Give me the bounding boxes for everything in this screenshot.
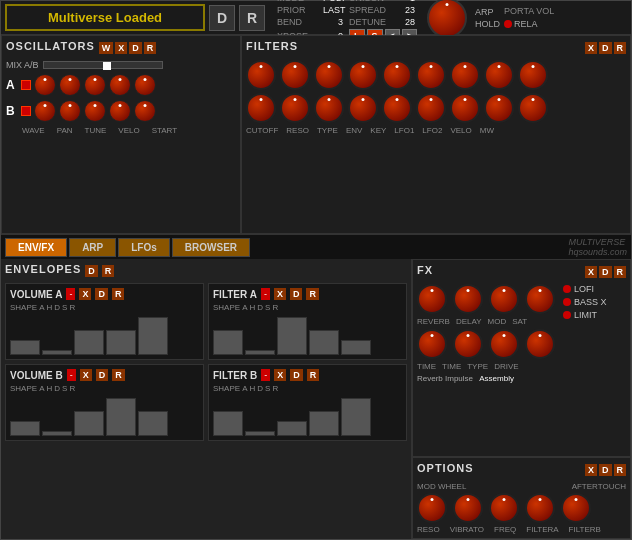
filter2-knob-9[interactable] xyxy=(518,93,548,123)
filter2-knob-5[interactable] xyxy=(382,93,412,123)
filter-knob-7[interactable] xyxy=(450,60,480,90)
filters-d-btn[interactable]: D xyxy=(599,42,612,54)
filter2-knob-8[interactable] xyxy=(484,93,514,123)
vol-a-minus-btn[interactable]: - xyxy=(66,288,75,300)
filter-b-bar-a[interactable] xyxy=(213,411,243,436)
osc-b-pan-knob[interactable] xyxy=(59,100,81,122)
osc-a-tune-knob[interactable] xyxy=(84,74,106,96)
filter-b-d-btn[interactable]: D xyxy=(290,369,303,381)
filters-x-btn[interactable]: X xyxy=(585,42,597,54)
opt-filterb-knob[interactable] xyxy=(561,493,591,523)
tab-arp[interactable]: ARP xyxy=(69,238,116,257)
fx-time2-knob[interactable] xyxy=(453,329,483,359)
opt-reso-knob[interactable] xyxy=(417,493,447,523)
tab-lfos[interactable]: LFOs xyxy=(118,238,170,257)
filter-b-bar-s[interactable] xyxy=(309,411,339,436)
filter-b-x-btn[interactable]: X xyxy=(274,369,286,381)
osc-d-btn[interactable]: D xyxy=(129,42,142,54)
osc-b-velo-knob[interactable] xyxy=(109,100,131,122)
vol-a-bar-d[interactable] xyxy=(74,330,104,355)
vol-a-x-btn[interactable]: X xyxy=(79,288,91,300)
filter-a-minus-btn[interactable]: - xyxy=(261,288,270,300)
filter-knob-4[interactable] xyxy=(348,60,378,90)
filter-a-bar-d[interactable] xyxy=(277,317,307,355)
options-r-btn[interactable]: R xyxy=(614,464,627,476)
osc-b-wave-knob[interactable] xyxy=(34,100,56,122)
lofi-led[interactable] xyxy=(563,285,571,293)
filter2-knob-1[interactable] xyxy=(246,93,276,123)
limit-led[interactable] xyxy=(563,311,571,319)
fx-r-btn[interactable]: R xyxy=(614,266,627,278)
bend-value[interactable]: 3 xyxy=(323,17,343,27)
mode-value[interactable]: POLY xyxy=(323,0,343,3)
filter-b-bar-d[interactable] xyxy=(277,421,307,436)
fx-reverb-knob[interactable] xyxy=(417,284,447,314)
vol-a-bar-a[interactable] xyxy=(10,340,40,355)
env-d-btn[interactable]: D xyxy=(85,265,98,277)
filter-a-d-btn[interactable]: D xyxy=(290,288,303,300)
osc-a-velo-knob[interactable] xyxy=(109,74,131,96)
filter-knob-3[interactable] xyxy=(314,60,344,90)
filter-a-bar-a[interactable] xyxy=(213,330,243,355)
osc-a-start-knob[interactable] xyxy=(134,74,156,96)
fx-time1-knob[interactable] xyxy=(417,329,447,359)
filters-r-btn[interactable]: R xyxy=(614,42,627,54)
osc-a-wave-knob[interactable] xyxy=(34,74,56,96)
fx-d-btn[interactable]: D xyxy=(599,266,612,278)
fx-mod-knob[interactable] xyxy=(489,284,519,314)
vol-b-d-btn[interactable]: D xyxy=(96,369,109,381)
fx-drive-knob[interactable] xyxy=(525,329,555,359)
filter-a-bar-h[interactable] xyxy=(245,350,275,355)
opt-vibrato-knob[interactable] xyxy=(453,493,483,523)
vol-b-x-btn[interactable]: X xyxy=(80,369,92,381)
vol-b-bar-r[interactable] xyxy=(138,411,168,436)
filter2-knob-2[interactable] xyxy=(280,93,310,123)
osc-w-btn[interactable]: W xyxy=(99,42,114,54)
opt-filtera-knob[interactable] xyxy=(525,493,555,523)
vol-b-minus-btn[interactable]: - xyxy=(67,369,76,381)
filter2-knob-6[interactable] xyxy=(416,93,446,123)
fx-sat-knob[interactable] xyxy=(525,284,555,314)
osc-r-btn[interactable]: R xyxy=(144,42,157,54)
unison-value[interactable]: 1 xyxy=(395,0,415,3)
filter-a-bar-s[interactable] xyxy=(309,330,339,355)
filter-b-r-btn[interactable]: R xyxy=(307,369,320,381)
vol-a-bar-s[interactable] xyxy=(106,330,136,355)
filter-knob-6[interactable] xyxy=(416,60,446,90)
vol-a-bar-r[interactable] xyxy=(138,317,168,355)
opt-freq-knob[interactable] xyxy=(489,493,519,523)
filter-a-r-btn[interactable]: R xyxy=(306,288,319,300)
vol-a-r-btn[interactable]: R xyxy=(112,288,125,300)
filter-a-bar-r[interactable] xyxy=(341,340,371,355)
d-button[interactable]: D xyxy=(209,5,235,31)
filter-knob-9[interactable] xyxy=(518,60,548,90)
osc-b-start-knob[interactable] xyxy=(134,100,156,122)
vol-b-bar-h[interactable] xyxy=(42,431,72,436)
reverb-impulse-value[interactable]: Assembly xyxy=(479,374,514,383)
filter-b-bar-r[interactable] xyxy=(341,398,371,436)
filter-knob-5[interactable] xyxy=(382,60,412,90)
filter-a-x-btn[interactable]: X xyxy=(274,288,286,300)
vol-b-bar-a[interactable] xyxy=(10,421,40,436)
filter2-knob-7[interactable] xyxy=(450,93,480,123)
filter-knob-2[interactable] xyxy=(280,60,310,90)
spread-value[interactable]: 23 xyxy=(395,5,415,15)
porta-knob[interactable] xyxy=(427,0,467,38)
options-d-btn[interactable]: D xyxy=(599,464,612,476)
filter-b-bar-h[interactable] xyxy=(245,431,275,436)
osc-a-pan-knob[interactable] xyxy=(59,74,81,96)
env-r-btn[interactable]: R xyxy=(102,265,115,277)
osc-x-btn[interactable]: X xyxy=(115,42,127,54)
filter2-knob-4[interactable] xyxy=(348,93,378,123)
vol-a-d-btn[interactable]: D xyxy=(95,288,108,300)
r-button[interactable]: R xyxy=(239,5,265,31)
prior-value[interactable]: LAST xyxy=(323,5,343,15)
filter2-knob-3[interactable] xyxy=(314,93,344,123)
vol-b-r-btn[interactable]: R xyxy=(112,369,125,381)
mix-slider[interactable] xyxy=(43,61,163,69)
fx-type-knob[interactable] xyxy=(489,329,519,359)
detune-value[interactable]: 28 xyxy=(395,17,415,27)
fx-delay-knob[interactable] xyxy=(453,284,483,314)
options-x-btn[interactable]: X xyxy=(585,464,597,476)
tab-envfx[interactable]: ENV/FX xyxy=(5,238,67,257)
